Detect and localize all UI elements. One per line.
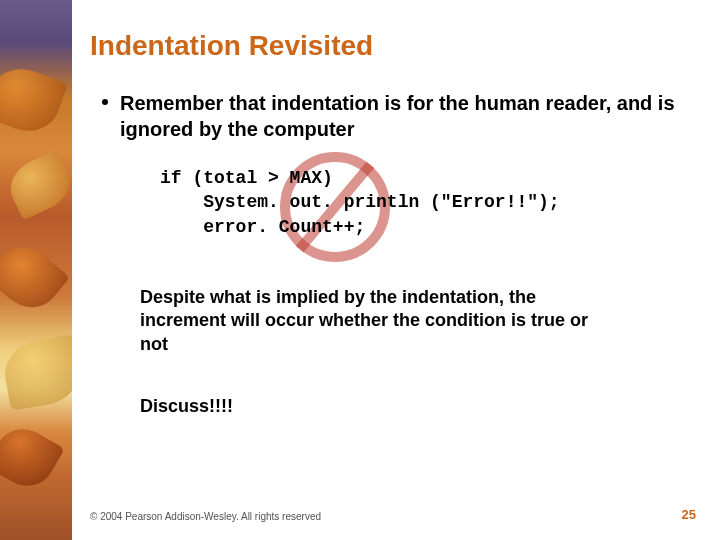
slide-content: Indentation Revisited Remember that inde… xyxy=(90,30,690,510)
code-example: if (total > MAX) System. out. println ("… xyxy=(160,166,690,256)
leaf-decoration xyxy=(0,334,72,411)
slide-title: Indentation Revisited xyxy=(90,30,690,62)
leaf-decoration xyxy=(0,419,65,497)
bullet-text: Remember that indentation is for the hum… xyxy=(120,90,690,142)
leaf-decoration xyxy=(0,236,70,320)
discuss-text: Discuss!!!! xyxy=(140,396,690,417)
leaf-decoration xyxy=(2,150,72,221)
code-text: if (total > MAX) System. out. println ("… xyxy=(160,166,690,239)
copyright-footer: © 2004 Pearson Addison-Wesley. All right… xyxy=(90,511,321,522)
decorative-sidebar xyxy=(0,0,72,540)
followup-text: Despite what is implied by the indentati… xyxy=(140,286,620,356)
bullet-item: Remember that indentation is for the hum… xyxy=(102,90,690,142)
page-number: 25 xyxy=(682,507,696,522)
bullet-dot-icon xyxy=(102,99,108,105)
leaf-decoration xyxy=(0,60,68,140)
